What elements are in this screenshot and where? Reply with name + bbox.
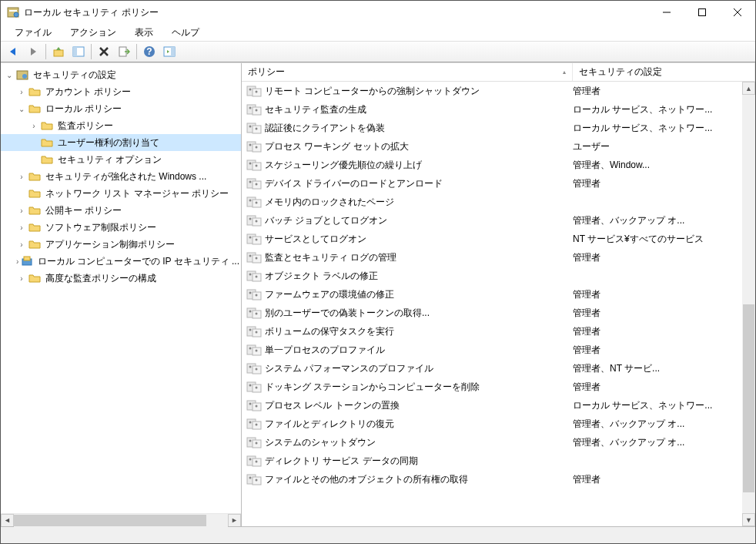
show-hide-tree-button[interactable] [69,42,88,61]
expand-icon[interactable]: › [16,223,27,232]
tree-horizontal-scrollbar[interactable]: ◄ ► [1,513,241,526]
maximize-icon [698,8,706,16]
policy-name: ディレクトリ サービス データの同期 [265,455,573,468]
action-pane-button[interactable] [160,42,179,61]
policy-item-icon [246,399,262,411]
tree-windows-firewall[interactable]: › セキュリティが強化された Windows ... [1,168,241,185]
policy-row[interactable]: バッチ ジョブとしてログオン管理者、バックアップ オ... [242,211,742,230]
policy-item-icon [246,159,262,171]
policy-row[interactable]: スケジューリング優先順位の繰り上げ管理者、Window... [242,156,742,174]
tree-account-policy[interactable]: › アカウント ポリシー [1,83,241,100]
svg-point-56 [256,239,258,241]
tree-label: セキュリティの設定 [32,68,118,82]
list-vertical-scrollbar[interactable]: ▲ ▼ [742,82,755,526]
forward-button[interactable] [24,42,42,61]
expand-icon[interactable]: › [16,274,27,283]
policy-row[interactable]: オブジェクト ラベルの修正 [242,267,742,285]
tree-user-rights[interactable]: ユーザー権利の割り当て [1,134,241,151]
scroll-track[interactable] [14,514,228,527]
svg-point-55 [249,237,252,239]
policy-name: セキュリティ監査の生成 [265,103,573,116]
expand-icon[interactable]: › [16,240,27,249]
policy-row[interactable]: サービスとしてログオンNT サービス¥すべてのサービス [242,230,742,248]
menu-file[interactable]: ファイル [7,25,59,41]
policy-setting: 管理者、バックアップ オ... [573,418,742,431]
policy-row[interactable]: システム パフォーマンスのプロファイル管理者、NT サービ... [242,359,742,378]
expand-icon[interactable]: › [16,207,27,215]
tree-app-control[interactable]: › アプリケーション制御ポリシー [1,236,241,253]
svg-point-72 [256,313,258,315]
tree-pane-icon [72,45,85,58]
policy-row[interactable]: プロセス ワーキング セットの拡大ユーザー [242,137,742,156]
scroll-left-button[interactable]: ◄ [1,514,14,527]
tree-public-key[interactable]: › 公開キー ポリシー [1,202,241,219]
scroll-up-button[interactable]: ▲ [742,82,755,95]
tree-body[interactable]: ⌄ セキュリティの設定 › アカウント ポリシー ⌄ ローカル ポリシー › 監… [1,63,241,513]
scroll-down-button[interactable]: ▼ [742,513,755,526]
tree-advanced-audit[interactable]: › 高度な監査ポリシーの構成 [1,270,241,287]
back-button[interactable] [4,42,22,61]
up-button[interactable] [49,42,68,61]
policy-row[interactable]: システムのシャットダウン管理者、バックアップ オ... [242,433,742,452]
menu-view[interactable]: 表示 [127,25,161,41]
tree-security-options[interactable]: セキュリティ オプション [1,151,241,168]
column-header-setting[interactable]: セキュリティの設定 [573,63,755,81]
minimize-button[interactable] [649,1,684,24]
policy-row[interactable]: ファームウェアの環境値の修正管理者 [242,285,742,304]
policy-row[interactable]: ドッキング ステーションからコンピューターを削除管理者 [242,378,742,396]
policy-row[interactable]: ファイルとディレクトリの復元管理者、バックアップ オ... [242,415,742,433]
collapse-icon[interactable]: ⌄ [16,105,27,113]
svg-point-76 [256,331,258,334]
scroll-track[interactable] [742,95,755,513]
expand-icon[interactable]: › [28,122,39,130]
policy-row[interactable]: 認証後にクライアントを偽装ローカル サービス、ネットワー... [242,119,742,137]
scroll-thumb[interactable] [14,515,206,526]
forward-arrow-icon [27,45,39,58]
tree-ip-security[interactable]: › ローカル コンピューターでの IP セキュリティ ... [1,253,241,270]
policy-row[interactable]: リモート コンピューターからの強制シャットダウン管理者 [242,82,742,100]
help-button[interactable]: ? [140,42,159,61]
policy-row[interactable]: ディレクトリ サービス データの同期 [242,452,742,470]
tree-software-restriction[interactable]: › ソフトウェア制限ポリシー [1,219,241,236]
policy-row[interactable]: 監査とセキュリティ ログの管理管理者 [242,248,742,267]
scroll-right-button[interactable]: ► [228,514,241,527]
column-label: ポリシー [248,65,285,79]
menu-help[interactable]: ヘルプ [164,25,207,41]
svg-point-36 [256,146,258,149]
policy-row[interactable]: 単一プロセスのプロファイル管理者 [242,341,742,359]
policy-row[interactable]: 別のユーザーでの偽装トークンの取得...管理者 [242,304,742,322]
tree-root-security-settings[interactable]: ⌄ セキュリティの設定 [1,66,241,83]
svg-point-104 [256,461,258,463]
expand-icon[interactable]: › [16,88,27,96]
list-body[interactable]: リモート コンピューターからの強制シャットダウン管理者セキュリティ監査の生成ロー… [242,82,755,526]
policy-row[interactable]: セキュリティ監査の生成ローカル サービス、ネットワー... [242,100,742,119]
back-arrow-icon [7,45,19,58]
svg-point-43 [249,181,252,183]
policy-row[interactable]: ボリュームの保守タスクを実行管理者 [242,322,742,341]
maximize-button[interactable] [684,1,720,24]
export-button[interactable] [115,42,133,61]
svg-point-79 [249,348,252,350]
policy-row[interactable]: ファイルとその他のオブジェクトの所有権の取得管理者 [242,470,742,489]
tree-label: セキュリティ オプション [56,153,163,167]
expand-icon[interactable]: › [16,173,27,181]
delete-button[interactable] [95,42,113,61]
policy-name: デバイス ドライバーのロードとアンロード [265,177,573,190]
policy-row[interactable]: メモリ内のロックされたページ [242,193,742,211]
policy-row[interactable]: デバイス ドライバーのロードとアンロード管理者 [242,174,742,193]
policy-setting: 管理者、バックアップ オ... [573,436,742,449]
close-button[interactable] [720,1,755,24]
policy-item-icon [246,436,262,448]
menu-bar: ファイル アクション 表示 ヘルプ [1,24,755,41]
collapse-icon[interactable]: ⌄ [4,71,15,79]
menu-action[interactable]: アクション [62,25,124,41]
svg-point-64 [256,276,258,278]
scroll-thumb[interactable] [743,304,754,492]
tree-local-policy[interactable]: ⌄ ローカル ポリシー [1,100,241,117]
expand-icon[interactable]: › [16,257,19,266]
policy-row[interactable]: プロセス レベル トークンの置換ローカル サービス、ネットワー... [242,396,742,415]
tree-network-list[interactable]: ネットワーク リスト マネージャー ポリシー [1,185,241,202]
column-header-policy[interactable]: ポリシー ▴ [242,63,573,81]
svg-point-59 [249,255,252,257]
tree-audit-policy[interactable]: › 監査ポリシー [1,117,241,134]
